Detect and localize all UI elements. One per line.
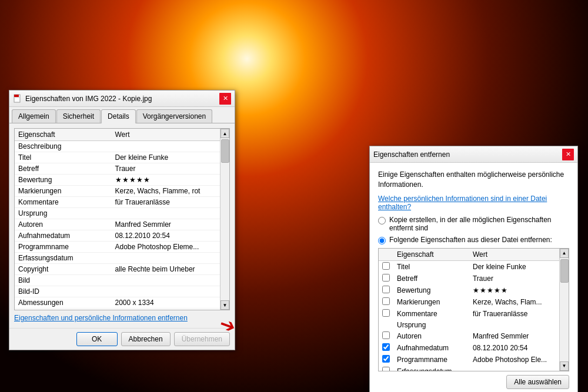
table-row: Betreff Trauer [379,273,569,284]
remove-dialog-content: Einige Eigenschaften enthalten möglicher… [370,163,577,392]
table-row: Markierungen Kerze, Wachs, Flamme, rot [15,186,229,197]
section-ursprung-inner: Ursprung [379,320,569,330]
main-dialog-titlebar: Eigenschaften von IMG 2022 - Kopie.jpg ✕ [9,91,235,107]
tab-vorgaenger[interactable]: Vorgängerversionen [136,109,212,123]
prop-abmessungen-label: Abmessungen [15,297,112,309]
table-row: Bewertung ★★★★★ [379,284,569,296]
prop-bewertung-label: Bewertung [15,175,112,186]
check-kommentare[interactable] [382,309,390,317]
svg-rect-1 [14,95,19,97]
personal-info-link[interactable]: Welche persönlichen Informationen sind i… [378,195,569,211]
prop-copyright-label: Copyright [15,264,112,275]
remove-val-markierungen: Kerze, Wachs, Flam... [469,296,569,308]
check-aufnahmedatum[interactable] [382,343,390,351]
check-titel[interactable] [382,262,390,270]
prop-copyright-value: alle Rechte beim Urheber [112,264,230,275]
properties-table-container: Eigenschaft Wert Beschreibung Titel Der … [14,128,230,310]
radio-copy-label: Kopie erstellen, in der alle möglichen E… [389,216,569,232]
remove-prop-aufnahmedatum: Aufnahmedatum [393,342,469,354]
section-header-ursprung-inner: Ursprung [393,320,569,330]
scroll-down-button[interactable]: ▼ [220,300,229,310]
remove-properties-link[interactable]: Eigenschaften und persönliche Informatio… [14,314,188,322]
remove-val-programmname: Adobe Photoshop Ele... [469,354,569,366]
radio-remove-input[interactable] [378,237,386,244]
prop-erfassungsdatum-label: Erfassungsdatum [15,253,112,264]
prop-autoren-label: Autoren [15,219,112,230]
col-property: Eigenschaft [15,129,112,141]
scroll-up-button[interactable]: ▲ [220,129,229,138]
main-properties-dialog: Eigenschaften von IMG 2022 - Kopie.jpg ✕… [9,90,235,350]
radio-remove-label: Folgende Eigenschaften aus dieser Datei … [389,236,552,244]
select-all-button[interactable]: Alle auswählen [506,375,569,389]
prop-programmname-value: Adobe Photoshop Eleme... [112,242,230,253]
check-betreff[interactable] [382,274,390,282]
vertical-scrollbar[interactable]: ▲ ▼ [220,129,229,310]
remove-properties-table: Eigenschaft Wert Titel Der kleine Funke … [379,249,569,371]
ok-button[interactable]: OK [76,332,118,346]
table-row: Aufnahmedatum 08.12.2010 20:54 [15,230,229,242]
main-dialog-title: Eigenschaften von IMG 2022 - Kopie.jpg [25,95,152,103]
section-bild: Bild [15,275,229,286]
remove-dialog-close-button[interactable]: ✕ [562,149,574,160]
properties-table: Eigenschaft Wert Beschreibung Titel Der … [15,129,229,310]
prop-markierungen-value: Kerze, Wachs, Flamme, rot [112,186,230,197]
table-row: Titel Der kleine Funke [15,152,229,163]
section-beschreibung: Beschreibung [15,141,229,152]
tab-sicherheit[interactable]: Sicherheit [56,109,101,123]
table-row: Programmname Adobe Photoshop Eleme... [15,242,229,253]
remove-val-kommentare: für Traueranlässe [469,308,569,320]
inner-scroll-up-button[interactable]: ▲ [560,249,569,258]
table-row: Betreff Trauer [15,163,229,175]
remove-val-bewertung: ★★★★★ [469,284,569,296]
table-row: Titel Der kleine Funke [379,260,569,273]
remove-prop-bewertung: Bewertung [393,284,469,296]
scroll-thumb[interactable] [221,139,229,163]
table-row: Erfassungsdatum [15,253,229,264]
inner-scroll-down-button[interactable]: ▼ [560,361,569,371]
main-dialog-close-button[interactable]: ✕ [219,93,231,105]
radio-copy-input[interactable] [378,217,386,225]
table-row: Programmname Adobe Photoshop Ele... [379,354,569,366]
table-row: Bild-ID [15,286,229,297]
table-row: Copyright alle Rechte beim Urheber [15,264,229,275]
radio-option-copy: Kopie erstellen, in der alle möglichen E… [378,216,569,232]
prop-betreff-value: Trauer [112,163,230,175]
remove-prop-betreff: Betreff [393,273,469,284]
table-row: Kommentare für Traueranlässe [15,197,229,208]
prop-aufnahmedatum-value: 08.12.2010 20:54 [112,230,230,242]
prop-titel-value: Der kleine Funke [112,152,230,163]
remove-prop-kommentare: Kommentare [393,308,469,320]
tab-details[interactable]: Details [101,109,136,123]
inner-vertical-scrollbar[interactable]: ▲ ▼ [559,249,569,371]
table-row: Aufnahmedatum 08.12.2010 20:54 [379,342,569,354]
cancel-button[interactable]: Abbrechen [121,332,171,346]
col-value-inner: Wert [469,249,569,261]
remove-prop-programmname: Programmname [393,354,469,366]
remove-prop-titel: Titel [393,260,469,273]
remove-prop-autoren: Autoren [393,330,469,342]
remove-dialog-description: Einige Eigenschaften enthalten möglicher… [378,170,569,190]
prop-bewertung-value: ★★★★★ [112,175,230,186]
prop-erfassungsdatum-value [112,253,230,264]
table-row: Markierungen Kerze, Wachs, Flam... [379,296,569,308]
check-autoren[interactable] [382,331,390,339]
link-row: Eigenschaften und persönliche Informatio… [14,310,230,323]
main-dialog-content: Eigenschaft Wert Beschreibung Titel Der … [9,123,235,328]
section-header-beschreibung: Beschreibung [15,141,229,152]
check-programmname[interactable] [382,355,390,363]
check-markierungen[interactable] [382,297,390,305]
tab-allgemein[interactable]: Allgemein [12,109,56,123]
prop-titel-label: Titel [15,152,112,163]
check-erfassungsdatum[interactable] [382,367,390,371]
radio-option-remove: Folgende Eigenschaften aus dieser Datei … [378,236,569,244]
prop-aufnahmedatum-label: Aufnahmedatum [15,230,112,242]
prop-bildid-label: Bild-ID [15,286,112,297]
table-row: Autoren Manfred Semmler [15,219,229,230]
prop-programmname-label: Programmname [15,242,112,253]
check-bewertung[interactable] [382,286,390,293]
prop-betreff-label: Betreff [15,163,112,175]
remove-val-erfassungsdatum [469,366,569,371]
inner-scroll-thumb[interactable] [560,259,569,283]
tab-bar: Allgemein Sicherheit Details Vorgängerve… [9,107,235,123]
prop-bildid-value [112,286,230,297]
